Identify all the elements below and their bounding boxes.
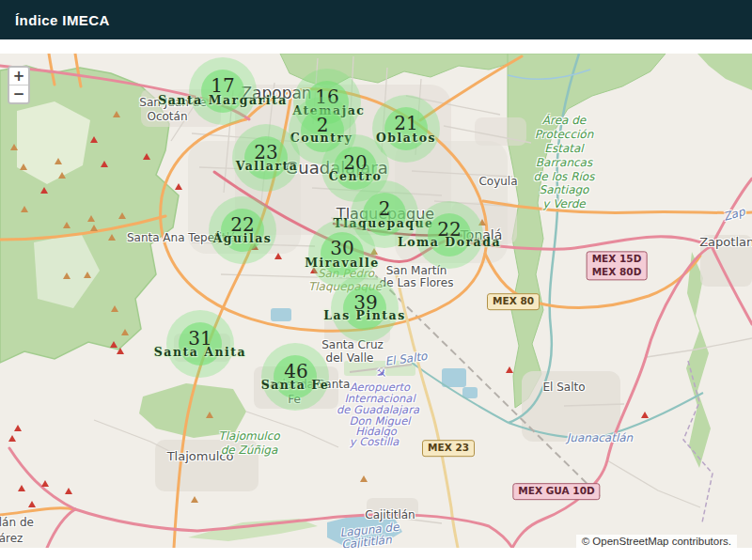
station-name: Santa Margarita xyxy=(158,93,288,107)
attribution-link[interactable]: OpenStreetMap xyxy=(592,536,668,547)
attribution-copyright: © xyxy=(582,536,593,547)
station-name: Vallarta xyxy=(236,159,299,173)
station-name: Loma Dorada xyxy=(398,235,501,249)
zoom-control: + − xyxy=(8,66,30,104)
road-badge-mex80: MEX 80 xyxy=(487,293,540,310)
page-title: Índice IMECA xyxy=(0,12,110,28)
station-name: Santa Anita xyxy=(154,345,246,359)
map-attribution: © OpenStreetMap contributors. xyxy=(576,535,737,548)
station-name: Oblatos xyxy=(376,131,436,145)
road-badge-mex23: MEX 23 xyxy=(422,440,475,457)
map-container[interactable]: Zapopan Guadalajara Tlaquepaque Tonalá C… xyxy=(0,54,752,548)
station-name: Las Pintas xyxy=(323,308,405,322)
zoom-in-button[interactable]: + xyxy=(9,68,28,85)
zoom-out-button[interactable]: − xyxy=(9,85,28,102)
station-name: Santa Fe xyxy=(261,378,330,392)
station-name: Águilas xyxy=(213,231,273,245)
app-header: Índice IMECA xyxy=(0,0,752,39)
station-name: Centro xyxy=(329,169,383,183)
road-badge-mex15d-80d: MEX 15D MEX 80D xyxy=(587,251,648,280)
station-name: Miravalle xyxy=(305,256,380,270)
road-badge-mexgua10d: MEX GUA 10D xyxy=(512,483,600,500)
attribution-suffix: contributors. xyxy=(669,536,731,547)
